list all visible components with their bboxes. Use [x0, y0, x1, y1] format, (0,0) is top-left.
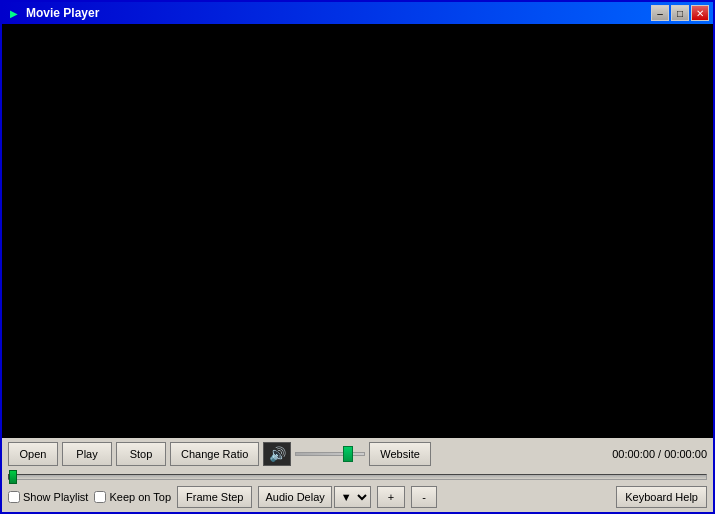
window-controls: – □ ✕	[651, 5, 709, 21]
volume-slider[interactable]	[295, 452, 365, 456]
website-button[interactable]: Website	[369, 442, 431, 466]
controls-panel: Open Play Stop Change Ratio 🔊 Website 00…	[2, 438, 713, 512]
seek-row	[8, 470, 707, 482]
show-playlist-checkbox[interactable]	[8, 491, 20, 503]
volume-slider-container	[295, 452, 365, 456]
minimize-button[interactable]: –	[651, 5, 669, 21]
time-display: 00:00:00 / 00:00:00	[612, 448, 707, 460]
open-button[interactable]: Open	[8, 442, 58, 466]
maximize-button[interactable]: □	[671, 5, 689, 21]
movie-player-window: ▶ Movie Player – □ ✕ Open Play Stop Chan…	[0, 0, 715, 514]
audio-delay-select[interactable]: ▼	[334, 486, 371, 508]
plus-button[interactable]: +	[377, 486, 405, 508]
seek-slider[interactable]	[8, 474, 707, 480]
secondary-controls-row: Show Playlist Keep on Top Frame Step Aud…	[8, 486, 707, 508]
change-ratio-button[interactable]: Change Ratio	[170, 442, 259, 466]
keep-on-top-checkbox[interactable]	[94, 491, 106, 503]
keyboard-help-button[interactable]: Keyboard Help	[616, 486, 707, 508]
play-button[interactable]: Play	[62, 442, 112, 466]
video-display	[2, 24, 713, 438]
show-playlist-label[interactable]: Show Playlist	[8, 491, 88, 503]
stop-button[interactable]: Stop	[116, 442, 166, 466]
app-icon: ▶	[6, 5, 22, 21]
mute-button[interactable]: 🔊	[263, 442, 291, 466]
title-bar: ▶ Movie Player – □ ✕	[2, 2, 713, 24]
window-title: Movie Player	[26, 6, 651, 20]
main-controls-row: Open Play Stop Change Ratio 🔊 Website 00…	[8, 442, 707, 466]
minus-button[interactable]: -	[411, 486, 437, 508]
audio-delay-label: Audio Delay	[258, 486, 331, 508]
frame-step-button[interactable]: Frame Step	[177, 486, 252, 508]
keep-on-top-label[interactable]: Keep on Top	[94, 491, 171, 503]
speaker-icon: 🔊	[269, 446, 286, 462]
audio-delay-container: Audio Delay ▼	[258, 486, 370, 508]
close-button[interactable]: ✕	[691, 5, 709, 21]
